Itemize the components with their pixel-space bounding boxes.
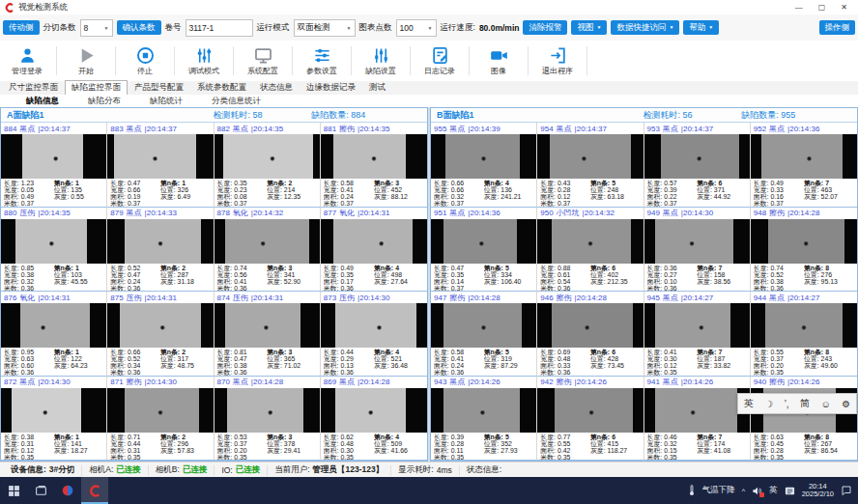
taskbar-app-detection-active[interactable]: [81, 477, 108, 504]
action-button[interactable]: 退出程序: [532, 46, 583, 76]
defect-cell[interactable]: 945 黑点 |20:14:27 长度:0.41 宽度:0.30 面积:0.12: [644, 292, 751, 377]
defect-cell[interactable]: 874 压伤 |20:14:31 长度:0.81 宽度:0.47 面积:0.38: [214, 292, 321, 377]
action-button[interactable]: 缺陷设置: [356, 46, 406, 76]
slit-count-select[interactable]: 8▼: [80, 19, 113, 37]
close-button[interactable]: ✕: [841, 3, 847, 12]
defect-cell[interactable]: 955 黑点 |20:14:39 长度:0.66 宽度:0.66 面积:0.32: [431, 123, 537, 208]
speaker-icon[interactable]: [752, 486, 762, 496]
area-value: 0.49: [21, 193, 34, 200]
clear-alarm-button[interactable]: 清除报警: [523, 20, 567, 35]
action-button[interactable]: 调试模式: [179, 46, 229, 76]
defect-cell[interactable]: 879 黑点 |20:14:33 长度:0.52 宽度:0.47 面积:0.24: [107, 208, 214, 293]
defect-cell[interactable]: 876 氧化 |20:14:31 长度:0.95 宽度:0.63 面积:0.60: [1, 292, 107, 377]
data-quick-access-menu-button[interactable]: 数据快捷访问▼: [611, 20, 679, 35]
main-tab[interactable]: 尺寸监控界面: [2, 80, 65, 95]
defect-cell[interactable]: 872 黑点 |20:14:30 长度:0.38 宽度:0.31 面积:0.12: [1, 377, 107, 462]
action-button[interactable]: 开始: [61, 46, 111, 76]
defect-cell[interactable]: 882 黑点 |20:14:35 长度:0.35 宽度:0.23 面积:0.08: [214, 123, 321, 208]
defect-cell[interactable]: 871 擦伤 |20:14:30 长度:0.71 宽度:0.44 面积:0.31: [107, 377, 214, 462]
defect-cell[interactable]: 953 黑点 |20:14:37 长度:0.57 宽度:0.39 面积:0.22: [644, 123, 751, 208]
meter-value: 0.37: [21, 200, 34, 207]
strip-label: 第n条:: [267, 434, 286, 440]
ime-simplified-toggle[interactable]: 简: [800, 397, 810, 410]
defect-cell[interactable]: 950 小凹坑 |20:14:32 长度:0.88 宽度:0.61 面积:0.5…: [537, 208, 644, 293]
defect-cell[interactable]: 873 压伤 |20:14:30 长度:0.44 宽度:0.29 面积:0.13: [321, 292, 427, 377]
tray-expand-chevron[interactable]: ^: [742, 488, 745, 494]
toolbar-separator: [56, 46, 57, 75]
main-tab[interactable]: 测试: [362, 80, 392, 95]
start-button[interactable]: [0, 477, 27, 504]
defect-cell[interactable]: 884 黑点 |20:14:37 长度:1.23 宽度:0.05 面积:0.49: [1, 123, 107, 208]
defect-cell[interactable]: 952 黑点 |20:14:36 长度:0.49 宽度:0.33 面积:0.16: [751, 123, 857, 208]
defect-cell[interactable]: 870 黑点 |20:14:28 长度:0.53 宽度:0.37 面积:0.20: [214, 377, 321, 462]
main-tab[interactable]: 缺陷监控界面: [65, 80, 128, 96]
action-button[interactable]: 参数设置: [297, 46, 347, 76]
ime-english-toggle[interactable]: 英: [744, 397, 754, 410]
action-button[interactable]: 管理登录: [2, 46, 52, 76]
defect-cell[interactable]: 941 黑点 |20:14:26 长度:0.46 宽度:0.32 面积:0.15: [644, 377, 751, 462]
gear-icon[interactable]: ⚙: [842, 399, 850, 409]
gray-label: 灰度:: [160, 193, 176, 200]
emoji-icon[interactable]: ☺: [821, 399, 831, 409]
length-label: 长度:: [4, 180, 19, 186]
sub-tab[interactable]: 缺陷统计: [135, 96, 197, 107]
defect-cell[interactable]: 951 黑点 |20:14:36 长度:0.47 宽度:0.35 面积:0.14: [431, 208, 537, 293]
operator-side-button[interactable]: 操作侧: [819, 20, 856, 35]
main-tab[interactable]: 状态信息: [253, 80, 300, 95]
defect-cell[interactable]: 946 擦伤 |20:14:28 长度:0.69 宽度:0.48 面积:0.33: [537, 292, 644, 377]
roll-number-label: 卷号: [165, 22, 182, 34]
defect-cell[interactable]: 940 擦伤 |20:14:26 长度:0.63 宽度:0.45 面积:0.28: [751, 377, 857, 462]
defect-cell[interactable]: 883 黑点 |20:14:37 长度:0.47 宽度:0.66 面积:0.19: [107, 123, 214, 208]
ime-punctuation-toggle[interactable]: ’,: [785, 399, 789, 409]
defect-cell[interactable]: 943 黑点 |20:14:26 长度:0.39 宽度:0.28 面积:0.11: [431, 377, 537, 462]
defect-cell[interactable]: 880 压伤 |20:14:35 长度:0.85 宽度:0.38 面积:0.32: [1, 208, 107, 293]
position-value: 319: [500, 355, 512, 362]
defect-cell[interactable]: 881 擦伤 |20:14:35 长度:0.58 宽度:0.41 面积:0.24: [321, 123, 427, 208]
confirm-count-button[interactable]: 确认条数: [117, 20, 161, 35]
language-indicator[interactable]: 英: [769, 485, 778, 496]
task-view-button[interactable]: [27, 477, 54, 504]
action-button[interactable]: 停止: [120, 46, 170, 76]
chart-points-select[interactable]: 100▼: [396, 19, 437, 37]
main-tab[interactable]: 产品型号配置: [128, 80, 190, 95]
defect-cell[interactable]: 947 擦伤 |20:14:28 长度:0.58 宽度:0.41 面积:0.24: [431, 292, 537, 377]
view-menu-button[interactable]: 视图▼: [571, 20, 607, 35]
taskbar-clock[interactable]: 20:14 2025/2/10: [802, 483, 834, 499]
defect-number: 943: [434, 378, 446, 386]
taskbar-app-media[interactable]: [54, 477, 81, 504]
defect-cell[interactable]: 949 黑点 |20:14:30 长度:0.36 宽度:0.27 面积:0.10: [644, 208, 751, 293]
defect-cell[interactable]: 877 氧化 |20:14:31 长度:0.49 宽度:0.35 面积:0.17: [321, 208, 427, 293]
defect-cell[interactable]: 944 黑点 |20:14:27 长度:0.55 宽度:0.37 面积:0.20: [751, 292, 857, 377]
defect-cell[interactable]: 869 黑点 |20:14:28 长度:0.62 宽度:0.48 面积:0.30: [321, 377, 427, 462]
defect-cell[interactable]: 948 擦伤 |20:14:28 长度:0.74 宽度:0.52 面积:0.38: [751, 208, 857, 293]
defect-image: [644, 219, 750, 264]
sub-tab[interactable]: 分类信息统计: [197, 96, 275, 107]
strip-value: 2: [288, 180, 292, 186]
drive-side-button[interactable]: 传动侧: [3, 20, 40, 35]
defect-cell[interactable]: 878 氧化 |20:14:32 长度:0.74 宽度:0.56 面积:0.41: [214, 208, 321, 293]
run-mode-select[interactable]: 双面检测▼: [294, 19, 356, 37]
sub-tab[interactable]: 缺陷分布: [73, 96, 135, 107]
maximize-button[interactable]: ▢: [818, 3, 826, 12]
sub-tab[interactable]: 缺陷信息: [12, 96, 73, 107]
windows-icon: [8, 485, 20, 497]
action-button[interactable]: 日志记录: [415, 46, 465, 76]
moon-icon[interactable]: ☽: [764, 399, 773, 409]
main-tab[interactable]: 边缘数据记录: [300, 80, 362, 95]
action-button[interactable]: 系统配置: [238, 46, 288, 76]
defect-cell[interactable]: 875 压伤 |20:14:31 长度:0.66 宽度:0.52 面积:0.34: [107, 292, 214, 377]
minimize-button[interactable]: —: [795, 3, 803, 12]
weather-text[interactable]: 气温下降: [702, 485, 735, 496]
defect-cell[interactable]: 942 擦伤 |20:14:26 长度:0.77 宽度:0.55 面积:0.42: [537, 377, 644, 462]
width-value: 0.39: [664, 186, 676, 193]
roll-number-input[interactable]: 3117-1: [186, 19, 253, 37]
position-value: 248: [608, 186, 619, 193]
notification-center-icon[interactable]: [841, 485, 852, 496]
action-button[interactable]: 图像: [473, 46, 524, 76]
toolbar-separator: [233, 46, 234, 75]
main-tab[interactable]: 系统参数配置: [190, 80, 253, 95]
ime-mode-icon[interactable]: [785, 486, 795, 496]
length-label: 长度:: [754, 180, 769, 186]
help-menu-button[interactable]: 帮助▼: [683, 20, 719, 35]
defect-cell[interactable]: 954 黑点 |20:14:37 长度:0.43 宽度:0.28 面积:0.12: [537, 123, 644, 208]
